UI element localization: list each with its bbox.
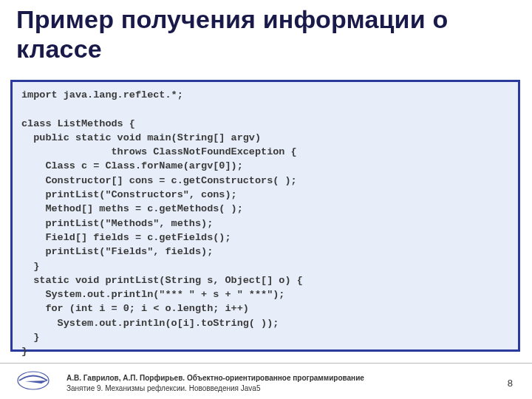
logo-icon bbox=[16, 369, 50, 392]
footer-text: А.В. Гаврилов, А.П. Порфирьев. Объектно-… bbox=[66, 373, 364, 393]
slide-title: Пример получения информации о классе bbox=[16, 4, 504, 64]
slide: Пример получения информации о классе imp… bbox=[0, 0, 532, 399]
slide-footer: А.В. Гаврилов, А.П. Порфирьев. Объектно-… bbox=[0, 363, 532, 399]
footer-author-line: А.В. Гаврилов, А.П. Порфирьев. Объектно-… bbox=[66, 373, 364, 383]
page-number: 8 bbox=[508, 378, 513, 389]
footer-lesson-line: Занятие 9. Механизмы рефлексии. Нововвед… bbox=[66, 383, 364, 394]
code-example-box: import java.lang.reflect.*; class ListMe… bbox=[10, 80, 520, 352]
svg-point-0 bbox=[18, 372, 49, 389]
code-listing: import java.lang.reflect.*; class ListMe… bbox=[21, 88, 509, 359]
